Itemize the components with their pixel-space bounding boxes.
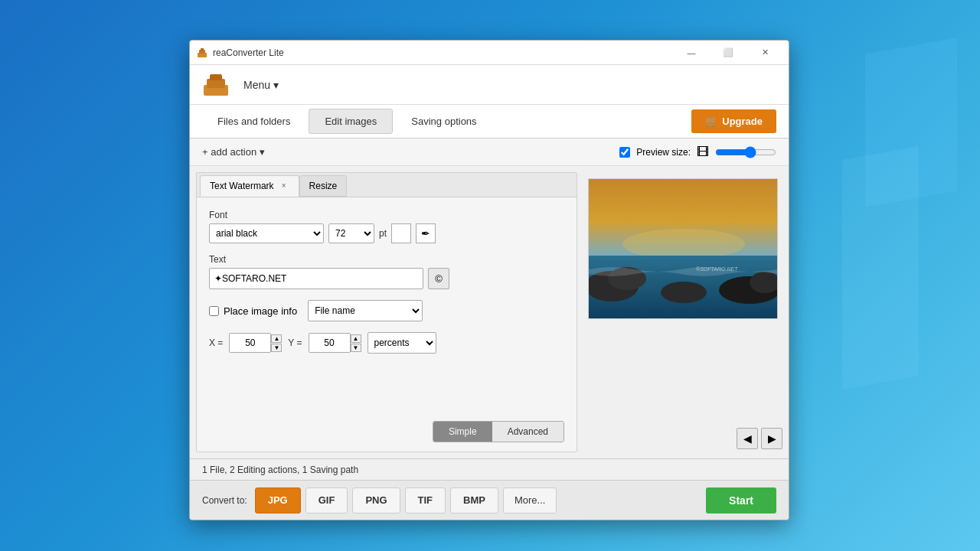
y-input[interactable] xyxy=(309,333,351,353)
coords-controls: X = ▲ ▼ Y = ▲ xyxy=(209,332,564,354)
status-bar: 1 File, 2 Editing actions, 1 Saving path xyxy=(190,458,789,480)
font-select[interactable]: arial black xyxy=(209,223,324,243)
checkbox-row: Place image info File name xyxy=(209,300,564,321)
tab-edit-images[interactable]: Edit images xyxy=(309,109,393,134)
eyedropper-icon: ✒ xyxy=(421,227,430,240)
app-window: reaConverter Lite — ⬜ ✕ Menu ▾ Files and… xyxy=(189,40,789,520)
svg-rect-5 xyxy=(210,74,222,80)
form-area: Font arial black 72 pt ✒ xyxy=(197,197,577,421)
convert-label: Convert to: xyxy=(202,495,247,506)
font-size-select[interactable]: 72 xyxy=(328,223,374,243)
tab-close-watermark[interactable]: × xyxy=(279,181,289,191)
nav-tabs: Files and folders Edit images Saving opt… xyxy=(190,105,789,139)
text-label: Text xyxy=(209,254,564,265)
text-input-row: © xyxy=(209,268,564,289)
window-controls: — ⬜ ✕ xyxy=(674,41,782,65)
tab-saving-options[interactable]: Saving options xyxy=(396,109,492,133)
tab-files[interactable]: Files and folders xyxy=(202,109,305,133)
preview-size-slider[interactable] xyxy=(715,146,776,158)
bottom-bar: Convert to: JPG GIF PNG TIF BMP More... … xyxy=(190,480,789,520)
format-jpg-button[interactable]: JPG xyxy=(255,487,301,514)
content-area: Text Watermark × Resize Font arial black xyxy=(190,166,789,458)
toolbar-logo xyxy=(202,71,230,99)
status-text: 1 File, 2 Editing actions, 1 Saving path xyxy=(202,465,358,475)
preview-panel: ®SOFTARO.NET ◀ ▶ xyxy=(583,172,782,452)
app-title: reaConverter Lite xyxy=(213,47,674,58)
y-spinners: ▲ ▼ xyxy=(351,334,361,352)
y-spin-down[interactable]: ▼ xyxy=(351,344,361,352)
font-row: Font arial black 72 pt ✒ xyxy=(209,210,564,243)
format-bmp-button[interactable]: BMP xyxy=(450,487,498,514)
simple-mode-button[interactable]: Simple xyxy=(433,422,492,442)
preview-size-checkbox[interactable] xyxy=(619,147,630,158)
close-button[interactable]: ✕ xyxy=(747,41,782,65)
y-spin-up[interactable]: ▲ xyxy=(351,334,361,343)
preview-next-button[interactable]: ▶ xyxy=(761,428,782,449)
mode-buttons: Simple Advanced xyxy=(433,421,564,442)
x-spin-up[interactable]: ▲ xyxy=(271,334,282,343)
preview-size-label: Preview size: xyxy=(636,147,691,158)
preview-size-area: Preview size: 🎞 xyxy=(619,145,776,159)
svg-rect-2 xyxy=(201,48,204,51)
editor-panel: Text Watermark × Resize Font arial black xyxy=(196,172,577,452)
title-bar: reaConverter Lite — ⬜ ✕ xyxy=(190,41,789,65)
upgrade-button[interactable]: 🛒 Upgrade xyxy=(691,109,776,133)
add-action-button[interactable]: + add action ▾ xyxy=(202,146,265,158)
start-button[interactable]: Start xyxy=(706,487,776,514)
color-picker[interactable] xyxy=(391,223,411,243)
tab-text-watermark[interactable]: Text Watermark × xyxy=(200,175,299,197)
cart-icon: 🛒 xyxy=(705,116,717,127)
tab-resize[interactable]: Resize xyxy=(299,175,348,197)
place-image-info-checkbox[interactable] xyxy=(209,306,219,316)
maximize-button[interactable]: ⬜ xyxy=(710,41,746,65)
x-label: X = xyxy=(209,337,223,348)
copyright-button[interactable]: © xyxy=(428,268,449,289)
font-label: Font xyxy=(209,210,564,220)
preview-prev-button[interactable]: ◀ xyxy=(737,428,758,449)
y-label: Y = xyxy=(288,337,302,348)
pt-label: pt xyxy=(379,228,387,239)
win-decoration-2 xyxy=(842,146,919,390)
x-spinners: ▲ ▼ xyxy=(271,334,282,352)
text-row: Text © xyxy=(209,254,564,289)
svg-text:®SOFTARO.NET: ®SOFTARO.NET xyxy=(696,266,738,272)
format-gif-button[interactable]: GIF xyxy=(305,487,348,514)
format-tif-button[interactable]: TIF xyxy=(405,487,446,514)
more-formats-button[interactable]: More... xyxy=(503,487,557,514)
svg-point-13 xyxy=(661,282,707,303)
slider-icon: 🎞 xyxy=(697,145,709,159)
toolbar: Menu ▾ xyxy=(190,65,789,105)
x-input[interactable] xyxy=(229,333,271,353)
eyedropper-button[interactable]: ✒ xyxy=(416,223,436,243)
x-input-wrapper: ▲ ▼ xyxy=(229,333,282,353)
watermark-text-input[interactable] xyxy=(209,268,423,289)
unit-select[interactable]: percents xyxy=(368,332,436,354)
tab-strip: Text Watermark × Resize xyxy=(197,173,577,197)
preview-nav: ◀ ▶ xyxy=(737,428,782,449)
minimize-button[interactable]: — xyxy=(674,41,709,65)
preview-image: ®SOFTARO.NET xyxy=(588,178,778,319)
place-image-info-label: Place image info xyxy=(224,305,297,317)
svg-point-7 xyxy=(622,229,745,259)
coordinates-row: X = ▲ ▼ Y = ▲ xyxy=(209,332,564,354)
font-controls: arial black 72 pt ✒ xyxy=(209,223,564,243)
advanced-mode-button[interactable]: Advanced xyxy=(492,422,564,442)
y-input-wrapper: ▲ ▼ xyxy=(309,333,361,353)
menu-button[interactable]: Menu ▾ xyxy=(236,74,286,96)
file-name-select[interactable]: File name xyxy=(308,300,423,321)
format-png-button[interactable]: PNG xyxy=(352,487,400,514)
mode-buttons-container: Simple Advanced xyxy=(197,421,577,452)
app-icon xyxy=(196,47,208,59)
x-spin-down[interactable]: ▼ xyxy=(271,344,282,352)
action-bar: + add action ▾ Preview size: 🎞 xyxy=(190,139,789,166)
preview-scene-svg: ®SOFTARO.NET xyxy=(589,179,778,319)
place-image-info-row: Place image info File name xyxy=(209,300,564,321)
